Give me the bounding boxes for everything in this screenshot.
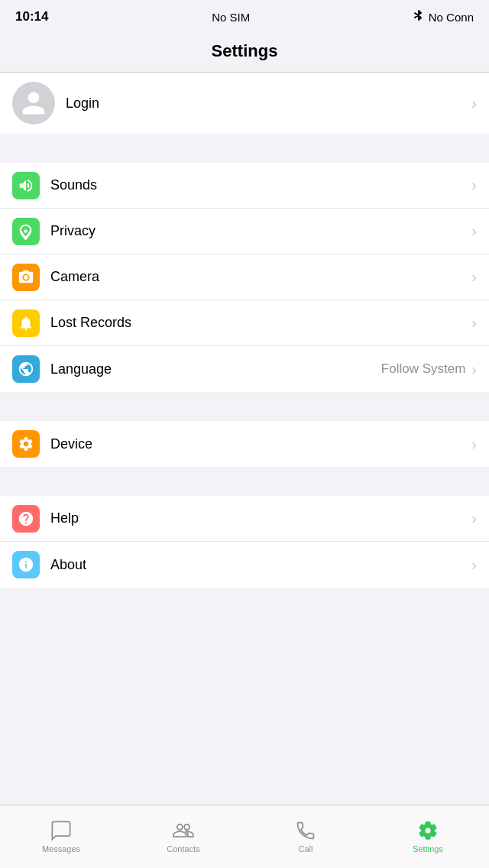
lost-records-chevron: › [471,314,477,332]
login-chevron: › [471,95,477,112]
tab-bar: Messages Contacts Call Settings [0,805,489,868]
settings-row-about[interactable]: About › [0,542,489,588]
camera-label: Camera [50,269,471,285]
sounds-icon-bg [12,172,40,199]
tab-settings[interactable]: Settings [367,805,489,868]
settings-container: Login › Sounds › Privacy › [0,73,489,805]
tab-messages[interactable]: Messages [0,805,122,868]
settings-row-language[interactable]: Language Follow System › [0,346,489,392]
person-icon [20,89,47,117]
device-chevron: › [471,436,477,453]
section-general: Sounds › Privacy › Camera › [0,163,489,392]
settings-row-camera[interactable]: Camera › [0,254,489,300]
tab-messages-icon [50,820,72,841]
section-support: Help › About › [0,496,489,588]
settings-row-lost-records[interactable]: Lost Records › [0,300,489,346]
camera-icon [18,269,34,286]
privacy-label: Privacy [50,223,471,239]
camera-icon-bg [12,264,40,291]
privacy-chevron: › [471,222,477,240]
tab-messages-label: Messages [42,844,80,853]
login-avatar [12,82,55,125]
sounds-chevron: › [471,177,477,194]
language-value: Follow System [381,361,466,377]
help-label: Help [50,510,471,526]
divider-bottom [0,589,489,617]
question-icon [18,510,34,527]
sounds-label: Sounds [50,177,471,193]
status-right: No Conn [413,10,474,24]
privacy-icon-bg [12,218,40,245]
status-connection: No Conn [429,11,474,24]
divider-2 [0,394,489,421]
language-label: Language [50,361,381,377]
settings-row-device[interactable]: Device › [0,421,489,467]
login-label: Login [66,96,471,112]
sounds-icon [18,177,34,194]
tab-contacts-label: Contacts [167,844,199,853]
info-icon [18,556,34,573]
bell-icon [18,315,34,332]
lost-records-label: Lost Records [50,315,471,331]
help-icon-bg [12,505,40,533]
tab-settings-label: Settings [413,844,443,853]
settings-row-help[interactable]: Help › [0,496,489,542]
page-title: Settings [212,41,278,60]
about-icon-bg [12,551,40,578]
camera-chevron: › [471,268,477,286]
status-bar: 10:14 No SIM No Conn [0,0,489,34]
section-account: Login › [0,73,489,134]
bluetooth-icon [413,10,424,24]
divider-3 [0,468,489,496]
tab-contacts-icon [173,820,194,841]
language-icon-bg [12,355,40,383]
tab-contacts[interactable]: Contacts [122,805,244,868]
status-time: 10:14 [15,9,48,24]
globe-icon [18,361,34,377]
privacy-icon [18,223,34,240]
tab-call[interactable]: Call [244,805,367,868]
divider-1 [0,135,489,163]
gear-icon [18,436,34,452]
device-label: Device [50,436,471,452]
device-icon-bg [12,430,40,458]
about-chevron: › [471,556,477,574]
help-chevron: › [471,510,477,527]
tab-settings-icon [417,820,439,841]
tab-call-icon [295,820,316,841]
settings-row-privacy[interactable]: Privacy › [0,209,489,254]
settings-row-login[interactable]: Login › [0,73,489,134]
language-chevron: › [471,361,477,378]
about-label: About [50,557,471,573]
status-carrier: No SIM [212,11,250,24]
tab-call-label: Call [299,844,313,853]
settings-row-sounds[interactable]: Sounds › [0,163,489,209]
nav-header: Settings [0,34,489,73]
lost-records-icon-bg [12,309,40,337]
section-device: Device › [0,421,489,467]
